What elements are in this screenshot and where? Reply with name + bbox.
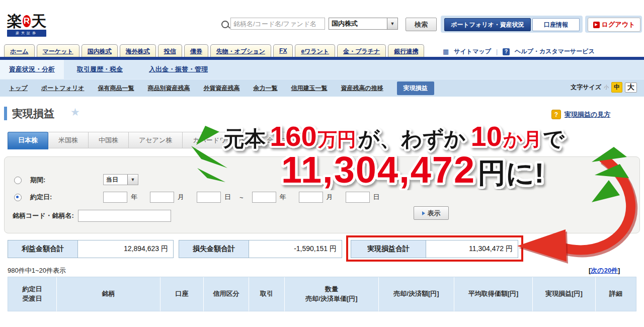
col-symbol: 銘柄 xyxy=(57,277,160,311)
help-question-icon: ? xyxy=(551,110,561,119)
page-title: 実現損益 xyxy=(12,107,54,121)
pagination: [次の20件] xyxy=(589,266,620,275)
period-radio[interactable] xyxy=(14,177,22,184)
triangle-right-icon xyxy=(422,211,425,215)
year-label: 年 xyxy=(280,193,286,202)
chevron-down-icon[interactable]: ▼ xyxy=(127,175,138,185)
col-detail: 詳細 xyxy=(596,277,636,311)
account-info-button[interactable]: 口座情報 xyxy=(532,18,580,31)
results-table-header: 約定日 受渡日 銘柄 口座 信用区分 取引 数量 売却/決済単価[円] 売却/決… xyxy=(8,277,636,311)
to-month-input[interactable] xyxy=(299,192,323,203)
title-accent-bar xyxy=(4,107,7,120)
col-avg-acquisition: 平均取得価額[円] xyxy=(454,277,533,311)
show-button[interactable]: 表示 xyxy=(414,206,449,220)
period-select[interactable]: 当日 ▼ xyxy=(103,174,138,185)
search-category-select[interactable]: 国内株式 ▼ xyxy=(329,18,398,30)
realized-pl-total-value: 11,304,472 円 xyxy=(426,240,518,258)
promo-seg: が、わずか xyxy=(358,127,466,151)
font-size-label: 文字サイズ xyxy=(571,83,601,92)
third-nav-asset-trend[interactable]: 資産残高の推移 xyxy=(341,84,383,93)
chevron-down-icon[interactable]: ▼ xyxy=(387,18,397,29)
range-separator: ~ xyxy=(239,194,244,201)
font-size-small-button[interactable]: 小 xyxy=(604,84,609,91)
sub-nav-asset-analysis[interactable]: 資産状況・分析 xyxy=(0,60,64,79)
promo-seg: 10 xyxy=(471,120,502,152)
search-input[interactable] xyxy=(230,18,325,30)
to-year-input[interactable] xyxy=(252,192,276,203)
trade-date-row: 約定日: xyxy=(14,193,52,202)
tab-japan-stock[interactable]: 日本株 xyxy=(8,132,48,149)
year-label: 年 xyxy=(131,193,137,202)
day-label: 日 xyxy=(373,193,380,202)
symbol-input[interactable] xyxy=(78,210,171,222)
from-day-input[interactable] xyxy=(197,192,221,203)
portfolio-status-button[interactable]: ポートフォリオ・資産状況 xyxy=(444,18,531,31)
help-question-icon: ? xyxy=(503,48,510,55)
third-nav-margin-positions[interactable]: 信用建玉一覧 xyxy=(291,84,328,93)
col-realized-pl: 実現損益[円] xyxy=(533,277,596,311)
third-nav-holdings[interactable]: 保有商品一覧 xyxy=(98,84,134,93)
loss-total-value: -1,590,151 円 xyxy=(249,240,342,258)
font-size-widget: 文字サイズ 小 中 大 xyxy=(571,82,637,93)
third-nav-portfolio[interactable]: ポートフォリオ xyxy=(41,84,85,93)
symbol-row: 銘柄コード・銘柄名: xyxy=(13,210,171,222)
col-account: 口座 xyxy=(160,277,204,311)
search-button[interactable]: 検索 xyxy=(406,18,437,31)
logout-icon xyxy=(593,22,600,28)
loss-total-label: 損失金額合計 xyxy=(179,240,249,258)
realized-pl-guide-link[interactable]: 実現損益の見方 xyxy=(565,110,610,119)
rakuten-logo-text: 楽R天 xyxy=(7,13,46,29)
period-label: 期間: xyxy=(30,176,45,185)
tab-gold-platinum[interactable]: 金・プラチナ xyxy=(257,132,317,148)
from-month-input[interactable] xyxy=(150,192,174,203)
search-icon xyxy=(221,21,229,28)
tab-us-stock[interactable]: 米国株 xyxy=(48,132,89,148)
font-size-medium-button[interactable]: 中 xyxy=(611,82,622,93)
date-inputs: 年 月 日 ~ 年 月 日 xyxy=(103,192,380,203)
rakuten-logo[interactable]: 楽R天 楽天証券 xyxy=(7,13,46,37)
next-20-link[interactable]: 次の20件 xyxy=(591,267,618,274)
logo-caption: 楽天証券 xyxy=(7,30,46,37)
rakuten-securities-page: 楽R天 楽天証券 国内株式 ▼ 検索 ポートフォリオ・資産状況 口座情報 ログア… xyxy=(0,0,644,327)
third-nav-top[interactable]: トップ xyxy=(9,84,28,93)
logo-kanji-left: 楽 xyxy=(7,13,22,29)
header-utility-links: ▦ サイトマップ | ? ヘルプ・カスタマーサービス xyxy=(443,47,595,56)
third-nav: トップ ポートフォリオ 保有商品一覧 商品別資産残高 外貨資産残高 余力一覧 信… xyxy=(0,79,644,97)
sub-nav: 資産状況・分析 取引履歴・税金 入出金・振替・管理 xyxy=(0,60,644,79)
third-nav-foreign-assets[interactable]: 外貨資産残高 xyxy=(204,84,240,93)
promo-seg: で xyxy=(543,127,565,150)
help-customer-service-link[interactable]: ヘルプ・カスタマーサービス xyxy=(515,47,595,56)
col-margin-type: 信用区分 xyxy=(204,277,249,311)
tab-asean-stock[interactable]: アセアン株 xyxy=(129,132,183,148)
symbol-label: 銘柄コード・銘柄名: xyxy=(13,211,74,220)
month-label: 月 xyxy=(178,193,184,202)
logo-kanji-right: 天 xyxy=(31,13,46,29)
col-trade-settle-date: 約定日 受渡日 xyxy=(8,277,57,311)
logout-label: ログアウト xyxy=(602,20,635,29)
sitemap-link[interactable]: サイトマップ xyxy=(454,47,491,56)
from-year-input[interactable] xyxy=(103,192,127,203)
logout-button[interactable]: ログアウト xyxy=(588,18,640,32)
third-nav-balance-by-product[interactable]: 商品別資産残高 xyxy=(148,84,190,93)
period-row: 期間: xyxy=(14,176,45,185)
promo-seg: か月 xyxy=(503,129,542,150)
third-nav-buying-power[interactable]: 余力一覧 xyxy=(254,84,278,93)
sitemap-icon: ▦ xyxy=(443,48,449,55)
promo-seg: 万円 xyxy=(317,129,356,150)
market-tabs: 日本株 米国株 中国株 アセアン株 カバードワラント 金・プラチナ xyxy=(8,132,317,149)
sub-nav-history-tax[interactable]: 取引履歴・税金 xyxy=(64,60,136,79)
rakuten-r-icon: R xyxy=(23,15,31,27)
tab-covered-warrant[interactable]: カバードワラント xyxy=(183,132,257,148)
sub-nav-deposit-transfer[interactable]: 入出金・振替・管理 xyxy=(136,60,221,79)
col-quantity-unit-price: 数量 売却/決済単価[円] xyxy=(285,277,379,311)
tab-china-stock[interactable]: 中国株 xyxy=(89,132,129,148)
profit-total-label: 利益金額合計 xyxy=(8,240,78,258)
period-value: 当日 xyxy=(104,175,127,185)
divider: | xyxy=(496,48,498,55)
third-nav-realized-pl[interactable]: 実現損益 xyxy=(397,81,434,95)
font-size-large-button[interactable]: 大 xyxy=(625,83,637,93)
bracket: ] xyxy=(618,267,620,274)
favorite-star-icon[interactable]: ★ xyxy=(70,106,80,118)
trade-date-radio[interactable] xyxy=(14,194,22,201)
to-day-input[interactable] xyxy=(346,192,370,203)
